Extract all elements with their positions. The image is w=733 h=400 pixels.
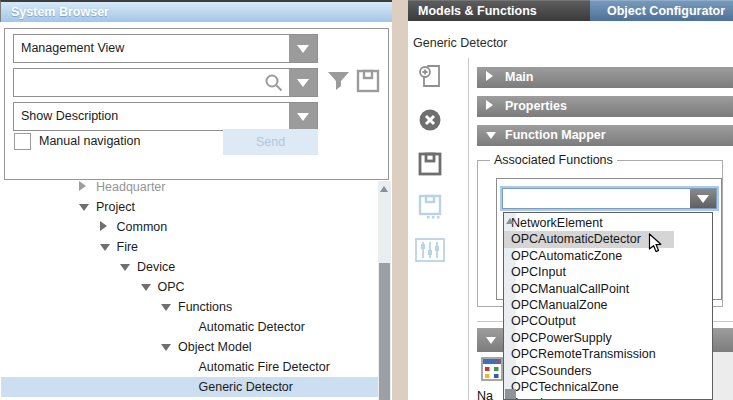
scroll-up-icon[interactable]	[380, 186, 388, 192]
section-header-function-mapper[interactable]: Function Mapper	[477, 125, 733, 146]
content-separator	[468, 58, 469, 400]
tree-item-device[interactable]: Device	[1, 257, 378, 277]
tree-expanded-icon[interactable]	[161, 297, 178, 317]
tree-item-project[interactable]: Project	[1, 197, 378, 217]
chevron-down-icon	[297, 113, 309, 121]
view-selector-dropdown-button[interactable]	[289, 35, 317, 62]
tree-item-automatic-detector[interactable]: Automatic Detector	[1, 317, 378, 337]
tree-item-label: OPC	[158, 277, 185, 297]
tree-item-label: Automatic Fire Detector	[199, 357, 330, 377]
tab-object-configurator[interactable]: Object Configurator	[590, 0, 733, 21]
tree-item-automatic-fire-detector[interactable]: Automatic Fire Detector	[1, 357, 378, 377]
mouse-cursor	[648, 233, 662, 257]
browser-controls-box: Management View Show Description Manual …	[4, 28, 389, 180]
dropdown-item-opcmanualcallpoint[interactable]: OPCManualCallPoint	[504, 281, 712, 297]
search-icon[interactable]	[264, 73, 284, 96]
send-button[interactable]: Send	[223, 129, 318, 155]
tree-item-functions[interactable]: Functions	[1, 297, 378, 317]
section-label: Function Mapper	[505, 125, 606, 146]
dropdown-item-opcpowersupply[interactable]: OPCPowerSupply	[504, 330, 712, 346]
system-browser-title: System Browser	[0, 0, 392, 22]
function-dropdown-popup: NetworkElementOPCAutomaticDetectorOPCAut…	[503, 212, 713, 400]
tree-expanded-icon[interactable]	[161, 337, 178, 357]
save-icon[interactable]	[418, 152, 442, 179]
tree-collapsed-icon[interactable]	[79, 181, 96, 197]
tree-expanded-icon[interactable]	[120, 257, 137, 277]
tree-expanded-icon[interactable]	[100, 237, 117, 257]
search-dropdown-button[interactable]	[289, 69, 317, 96]
tree-item-generic-detector[interactable]: Generic Detector	[1, 377, 378, 397]
new-document-icon[interactable]	[418, 64, 442, 91]
dropdown-item-opcautomaticzone[interactable]: OPCAutomaticZone	[504, 248, 712, 264]
tree-item-object-model[interactable]: Object Model	[1, 337, 378, 357]
hidden-section-content	[713, 352, 733, 400]
tree-item-label: Automatic Detector	[199, 317, 305, 337]
section-label: Properties	[505, 96, 567, 117]
object-table-icon[interactable]	[481, 355, 503, 388]
dropdown-scrollbar-thumb[interactable]	[505, 389, 516, 399]
tree-scrollbar[interactable]	[378, 181, 391, 400]
delete-icon[interactable]	[418, 108, 442, 135]
right-tabbar: Models & Functions Object Configurator	[408, 0, 733, 21]
tree-item-label: Functions	[178, 297, 232, 317]
tree-scrollbar-thumb[interactable]	[379, 263, 390, 400]
chevron-down-icon	[697, 195, 709, 203]
selected-object-title: Generic Detector	[413, 36, 507, 50]
chevron-down-icon	[297, 79, 309, 87]
dropdown-item-networkelement[interactable]: NetworkElement	[504, 215, 712, 231]
dropdown-item-opcmanualzone[interactable]: OPCManualZone	[504, 297, 712, 313]
tab-models-and-functions[interactable]: Models & Functions	[408, 0, 590, 21]
models-functions-panel: Models & Functions Object Configurator G…	[408, 0, 733, 400]
tree-item-headquarter[interactable]: Headquarter	[1, 181, 378, 197]
view-selector-value: Management View	[21, 35, 124, 62]
section-header-main[interactable]: Main	[477, 67, 733, 88]
section-collapsed-icon[interactable]	[486, 96, 505, 117]
tree-item-label: Headquarter	[96, 181, 166, 197]
panel-divider[interactable]	[392, 0, 408, 400]
tree-item-label: Object Model	[178, 337, 252, 357]
chevron-down-icon	[297, 45, 309, 53]
view-selector-combobox[interactable]: Management View	[13, 34, 318, 63]
tree-item-label: Project	[96, 197, 135, 217]
tree-expanded-icon[interactable]	[79, 197, 96, 217]
description-dropdown-button[interactable]	[289, 103, 317, 130]
function-combobox-dropdown-button[interactable]	[690, 189, 716, 208]
section-collapsed-icon[interactable]	[486, 67, 505, 88]
system-tree: HeadquarterProjectCommonFireDeviceOPCFun…	[1, 181, 378, 400]
section-expanded-icon[interactable]	[486, 125, 505, 146]
tree-collapsed-icon[interactable]	[100, 217, 117, 237]
dropdown-item-opctechnicalzone[interactable]: OPCTechnicalZone	[504, 379, 712, 395]
system-browser-panel: System Browser Management View Show Desc…	[0, 0, 392, 400]
filter-icon[interactable]	[327, 70, 350, 96]
tree-item-label: Common	[117, 217, 168, 237]
tree-item-opc[interactable]: OPC	[1, 277, 378, 297]
function-combobox[interactable]	[500, 186, 719, 211]
description-selector-combobox[interactable]: Show Description	[13, 102, 318, 131]
tree-item-label: Fire	[117, 237, 139, 257]
hidden-section-partial-label: Na	[477, 389, 493, 400]
tune-sliders-icon[interactable]	[415, 238, 445, 265]
tree-item-common[interactable]: Common	[1, 217, 378, 237]
scroll-up-icon[interactable]	[506, 218, 514, 224]
dropdown-item-opcoutput[interactable]: OPCOutput	[504, 313, 712, 329]
dropdown-item-opcremotetransmission[interactable]: OPCRemoteTransmission	[504, 346, 712, 362]
dropdown-item-opcinput[interactable]: OPCInput	[504, 264, 712, 280]
search-input[interactable]	[13, 68, 318, 97]
manual-navigation-checkbox[interactable]	[14, 133, 31, 150]
section-label: Main	[505, 67, 533, 88]
associated-functions-label: Associated Functions	[490, 153, 617, 167]
dropdown-item-panel[interactable]: Panel	[504, 395, 712, 400]
save-as-icon[interactable]	[418, 194, 442, 223]
description-selector-value: Show Description	[21, 103, 118, 130]
section-header-properties[interactable]: Properties	[477, 96, 733, 117]
save-filter-icon[interactable]	[356, 69, 380, 96]
dropdown-item-opcsounders[interactable]: OPCSounders	[504, 363, 712, 379]
tree-item-label: Generic Detector	[199, 377, 293, 397]
tree-item-fire[interactable]: Fire	[1, 237, 378, 257]
tree-item-label: Device	[137, 257, 175, 277]
tree-expanded-icon[interactable]	[141, 277, 158, 297]
manual-navigation-label: Manual navigation	[39, 133, 140, 150]
